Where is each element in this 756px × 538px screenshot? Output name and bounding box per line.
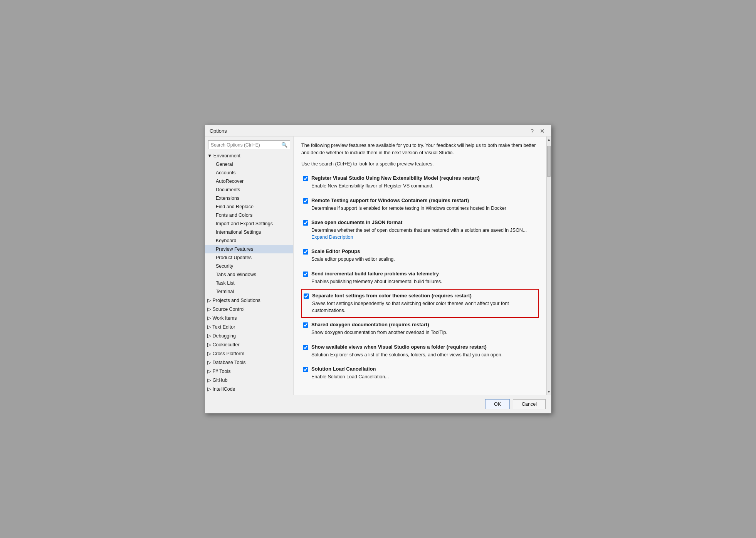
feature-list: Register Visual Studio Using New Extensi… xyxy=(301,171,539,385)
feature-desc-solution-load: Enable Solution Load Cancellation... xyxy=(311,374,537,381)
feature-desc-register-vs: Enable New Extensibility flavor of Regis… xyxy=(311,183,537,190)
sidebar-item-keyboard[interactable]: Keyboard xyxy=(205,236,293,245)
feature-desc-show-views: Solution Explorer shows a list of the so… xyxy=(311,352,537,359)
feature-header: Register Visual Studio Using New Extensi… xyxy=(303,175,537,181)
feature-show-views: Show available views when Visual Studio … xyxy=(301,340,539,363)
sidebar-item-task-list[interactable]: Task List xyxy=(205,279,293,287)
help-button[interactable]: ? xyxy=(529,128,535,134)
sidebar-item-international[interactable]: International Settings xyxy=(205,228,293,236)
scroll-down-arrow[interactable]: ▼ xyxy=(547,389,551,395)
feature-checkbox-save-json[interactable] xyxy=(303,220,308,226)
search-box[interactable]: 🔍 xyxy=(208,140,290,149)
sidebar-item-autorecover[interactable]: AutoRecover xyxy=(205,177,293,186)
sidebar-item-product-updates[interactable]: Product Updates xyxy=(205,253,293,262)
feature-header: Send incremental build failure problems … xyxy=(303,271,537,277)
sidebar-item-projects[interactable]: ▷ Projects and Solutions xyxy=(205,296,293,305)
sidebar-item-environment[interactable]: ▼ Environment xyxy=(205,152,293,160)
sidebar-item-cookiecutter[interactable]: ▷ Cookiecutter xyxy=(205,340,293,349)
sidebar-item-intellicode[interactable]: ▷ IntelliCode xyxy=(205,385,293,393)
feature-header: Separate font settings from color theme … xyxy=(304,293,536,299)
ok-button[interactable]: OK xyxy=(485,399,510,409)
sidebar-item-debugging[interactable]: ▷ Debugging xyxy=(205,331,293,340)
sidebar-item-source-control[interactable]: ▷ Source Control xyxy=(205,305,293,314)
sidebar-item-extensions[interactable]: Extensions xyxy=(205,194,293,202)
intro-text-1: The following preview features are avail… xyxy=(301,142,539,157)
feature-checkbox-remote-testing[interactable] xyxy=(303,198,308,204)
sidebar: 🔍 ▼ Environment General Accounts AutoRec… xyxy=(205,137,294,395)
expand-description-link[interactable]: Expand Description xyxy=(311,234,353,240)
close-button[interactable]: ✕ xyxy=(538,128,546,134)
sidebar-item-general[interactable]: General xyxy=(205,160,293,169)
feature-checkbox-telemetry[interactable] xyxy=(303,272,308,277)
tree-container[interactable]: ▼ Environment General Accounts AutoRecov… xyxy=(205,152,293,393)
feature-shared-doxygen: Shared doxygen documentation (requires r… xyxy=(301,318,539,340)
options-dialog: Options ? ✕ 🔍 ▼ Environment General Acco… xyxy=(205,125,551,413)
sidebar-item-terminal[interactable]: Terminal xyxy=(205,287,293,296)
sidebar-item-find-replace[interactable]: Find and Replace xyxy=(205,202,293,211)
main-content: The following preview features are avail… xyxy=(294,137,551,395)
feature-header: Solution Load Cancellation xyxy=(303,366,537,372)
feature-title-shared-doxygen: Shared doxygen documentation (requires r… xyxy=(311,322,429,327)
feature-title-show-views: Show available views when Visual Studio … xyxy=(311,344,487,350)
feature-solution-load: Solution Load Cancellation Enable Soluti… xyxy=(301,362,539,385)
feature-title-register-vs: Register Visual Studio Using New Extensi… xyxy=(311,175,480,181)
feature-checkbox-shared-doxygen[interactable] xyxy=(303,322,308,328)
feature-header: Shared doxygen documentation (requires r… xyxy=(303,322,537,328)
sidebar-item-security[interactable]: Security xyxy=(205,262,293,270)
search-icon: 🔍 xyxy=(281,142,287,148)
feature-header: Remote Testing support for Windows Conta… xyxy=(303,197,537,204)
feature-checkbox-separate-font[interactable] xyxy=(304,293,309,299)
feature-desc-save-json: Determines whether the set of open docum… xyxy=(311,227,537,241)
feature-checkbox-show-views[interactable] xyxy=(303,345,308,350)
feature-desc-shared-doxygen: Show doxygen documentation from another … xyxy=(311,329,537,336)
feature-header: Show available views when Visual Studio … xyxy=(303,344,537,350)
sidebar-item-fonts-colors[interactable]: Fonts and Colors xyxy=(205,211,293,219)
feature-scale-editor: Scale Editor Popups Scale editor popups … xyxy=(301,245,539,267)
dialog-footer: OK Cancel xyxy=(205,395,551,413)
feature-title-telemetry: Send incremental build failure problems … xyxy=(311,271,439,277)
feature-title-save-json: Save open documents in JSON format xyxy=(311,219,402,225)
sidebar-item-accounts[interactable]: Accounts xyxy=(205,169,293,177)
feature-telemetry: Send incremental build failure problems … xyxy=(301,267,539,289)
scroll-thumb[interactable] xyxy=(547,146,551,177)
title-bar-buttons: ? ✕ xyxy=(529,128,546,134)
feature-save-json: Save open documents in JSON format Deter… xyxy=(301,216,539,245)
sidebar-item-cross-platform[interactable]: ▷ Cross Platform xyxy=(205,349,293,358)
content-scrollbar[interactable]: ▲ ▼ xyxy=(546,137,551,395)
feature-title-remote-testing: Remote Testing support for Windows Conta… xyxy=(311,197,469,203)
sidebar-item-documents[interactable]: Documents xyxy=(205,186,293,194)
feature-checkbox-solution-load[interactable] xyxy=(303,367,308,372)
feature-register-vs: Register Visual Studio Using New Extensi… xyxy=(301,171,539,194)
feature-desc-separate-font: Saves font settings independently so tha… xyxy=(312,300,536,314)
sidebar-item-fsharp-tools[interactable]: ▷ F# Tools xyxy=(205,367,293,376)
search-input[interactable] xyxy=(211,142,281,148)
sidebar-item-text-editor[interactable]: ▷ Text Editor xyxy=(205,322,293,331)
sidebar-item-import-export[interactable]: Import and Export Settings xyxy=(205,219,293,228)
sidebar-item-database-tools[interactable]: ▷ Database Tools xyxy=(205,358,293,367)
sidebar-item-tabs-windows[interactable]: Tabs and Windows xyxy=(205,270,293,279)
sidebar-item-preview-features[interactable]: Preview Features xyxy=(205,245,293,253)
scroll-up-arrow[interactable]: ▲ xyxy=(547,137,551,143)
feature-desc-remote-testing: Determines if support is enabled for rem… xyxy=(311,205,537,212)
scroll-track[interactable] xyxy=(547,143,551,389)
feature-remote-testing: Remote Testing support for Windows Conta… xyxy=(301,194,539,216)
intro-text-2: Use the search (Ctrl+E) to look for a sp… xyxy=(301,160,539,168)
dialog-body: 🔍 ▼ Environment General Accounts AutoRec… xyxy=(205,137,551,395)
feature-separate-font: Separate font settings from color theme … xyxy=(301,289,539,318)
feature-desc-scale-editor: Scale editor popups with editor scaling. xyxy=(311,256,537,263)
dialog-title: Options xyxy=(210,128,227,134)
feature-title-separate-font: Separate font settings from color theme … xyxy=(312,293,472,299)
feature-header: Save open documents in JSON format xyxy=(303,219,537,226)
feature-checkbox-register-vs[interactable] xyxy=(303,176,308,181)
feature-title-scale-editor: Scale Editor Popups xyxy=(311,248,360,254)
feature-desc-telemetry: Enables publishing telemetry about incre… xyxy=(311,278,537,285)
sidebar-item-work-items[interactable]: ▷ Work Items xyxy=(205,314,293,322)
sidebar-item-github[interactable]: ▷ GitHub xyxy=(205,376,293,385)
cancel-button[interactable]: Cancel xyxy=(513,399,546,409)
content-scroll: The following preview features are avail… xyxy=(294,137,546,395)
feature-header: Scale Editor Popups xyxy=(303,248,537,255)
feature-checkbox-scale-editor[interactable] xyxy=(303,249,308,255)
feature-title-solution-load: Solution Load Cancellation xyxy=(311,366,376,372)
title-bar: Options ? ✕ xyxy=(205,125,551,137)
